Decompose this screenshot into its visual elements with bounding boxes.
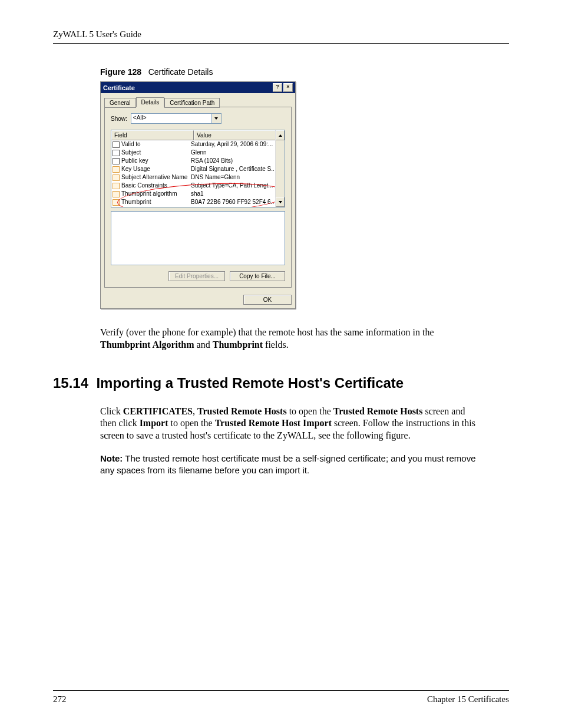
show-combobox[interactable]: <All> [131,113,222,124]
list-item[interactable]: Key UsageDigital Signature , Certificate… [111,165,276,173]
instruction-paragraph: Click CERTIFICATES, Trusted Remote Hosts… [100,406,477,442]
field-value: Saturday, April 29, 2006 6:09:... [191,140,275,149]
field-value: DNS Name=Glenn [191,173,275,182]
dialog-tabs: General Details Certification Path [101,93,295,107]
field-icon [113,141,120,148]
list-item[interactable]: SubjectGlenn [111,149,276,157]
note-text: The trusted remote host certificate must… [100,453,476,475]
section-number: 15.14 [53,375,88,391]
field-label: Public key [121,157,191,165]
field-label: Thumbprint algorithm [121,190,191,198]
page-footer: 272 Chapter 15 Certificates [53,690,509,704]
page-number: 272 [53,694,67,704]
list-item[interactable]: Thumbprint algorithmsha1 [111,190,276,198]
dialog-titlebar: Certificate ? × [101,82,295,93]
close-icon[interactable]: × [283,83,293,92]
field-label: Subject [121,149,191,157]
field-label: Key Usage [121,165,191,173]
verify-paragraph: Verify (over the phone for example) that… [100,327,477,351]
detail-value-pane [111,211,285,265]
scroll-track[interactable] [276,140,285,197]
show-label: Show: [111,116,127,122]
help-icon[interactable]: ? [273,83,282,92]
guide-title: ZyWALL 5 User's Guide [53,29,141,39]
page-header: ZyWALL 5 User's Guide [53,29,509,44]
scroll-up-icon[interactable] [276,130,285,140]
list-item[interactable]: Valid toSaturday, April 29, 2006 6:09:..… [111,140,276,149]
dialog-title: Certificate [103,84,135,91]
note-paragraph: Note: The trusted remote host certificat… [100,453,477,477]
tab-certification-path[interactable]: Certification Path [164,98,220,108]
chapter-label: Chapter 15 Certificates [427,694,509,704]
field-value: sha1 [191,190,275,198]
list-item[interactable]: Subject Alternative NameDNS Name=Glenn [111,173,276,182]
figure-caption: Figure 128 Certificate Details [100,67,509,77]
chevron-down-icon[interactable] [212,113,222,124]
scroll-down-icon[interactable] [276,197,285,207]
list-item[interactable]: Public keyRSA (1024 Bits) [111,157,276,165]
field-label: Basic Constraints [121,182,191,190]
note-label: Note: [100,453,123,463]
figure-label: Figure 128 [100,67,141,77]
tab-body: Show: <All> Field Value Valid toSaturday… [104,107,292,288]
list-item[interactable]: ThumbprintB0A7 22B6 7960 FF92 52F4 6... [111,198,276,206]
col-field[interactable]: Field [111,130,194,140]
tab-general[interactable]: General [104,98,136,108]
extension-icon [113,190,120,197]
extension-icon [113,174,120,181]
field-value: Glenn [191,149,275,157]
section-title: Importing a Trusted Remote Host's Certif… [96,375,404,391]
field-value: B0A7 22B6 7960 FF92 52F4 6... [191,198,275,206]
col-value[interactable]: Value [194,130,285,140]
list-item[interactable]: Basic ConstraintsSubject Type=CA, Path L… [111,182,276,190]
extension-icon [113,166,120,173]
edit-properties-button: Edit Properties... [168,271,225,281]
section-heading: 15.14 Importing a Trusted Remote Host's … [53,375,509,391]
show-value: <All> [131,113,212,124]
extension-icon [113,199,120,206]
extension-icon [113,182,120,189]
field-listview[interactable]: Field Value Valid toSaturday, April 29, … [111,130,285,207]
field-label: Valid to [121,140,191,149]
field-value: Digital Signature , Certificate S... [191,165,275,173]
scrollbar[interactable] [275,130,285,207]
ok-button[interactable]: OK [243,295,292,305]
field-label: Thumbprint [121,198,191,206]
copy-to-file-button[interactable]: Copy to File... [230,271,285,281]
field-label: Subject Alternative Name [121,173,191,182]
field-icon [113,157,120,164]
field-icon [113,149,120,156]
field-value: RSA (1024 Bits) [191,157,275,165]
figure-title: Certificate Details [148,67,213,77]
certificate-dialog: Certificate ? × General Details Certific… [100,81,296,309]
field-value: Subject Type=CA, Path Lengt... [191,182,275,190]
tab-details[interactable]: Details [136,97,165,107]
